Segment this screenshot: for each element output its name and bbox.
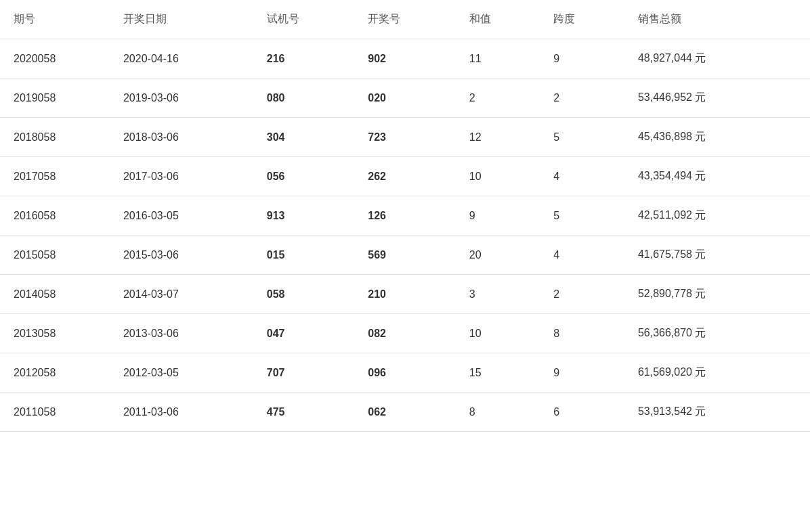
cell-date: 2020-04-16 <box>110 39 253 79</box>
table-row: 20190582019-03-060800202253,446,952 元 <box>0 79 810 118</box>
cell-date: 2013-03-06 <box>110 314 253 353</box>
table-row: 20110582011-03-064750628653,913,542 元 <box>0 393 810 432</box>
table-row: 20170582017-03-0605626210443,354,494 元 <box>0 157 810 196</box>
cell-span: 8 <box>540 314 624 353</box>
cell-trial: 056 <box>253 157 355 196</box>
lottery-table: 期号 开奖日期 试机号 开奖号 和值 跨度 销售总额 20200582020-0… <box>0 0 810 432</box>
cell-period: 2015058 <box>0 236 110 275</box>
cell-sum: 20 <box>456 236 540 275</box>
cell-win: 126 <box>354 196 456 236</box>
cell-period: 2012058 <box>0 353 110 393</box>
cell-trial: 475 <box>253 393 355 432</box>
table-row: 20160582016-03-059131269542,511,092 元 <box>0 196 810 236</box>
cell-span: 6 <box>540 393 624 432</box>
cell-date: 2011-03-06 <box>110 393 253 432</box>
cell-trial: 080 <box>253 79 355 118</box>
cell-sales: 41,675,758 元 <box>624 236 810 275</box>
cell-sales: 48,927,044 元 <box>624 39 810 79</box>
cell-sum: 12 <box>456 118 540 157</box>
cell-date: 2012-03-05 <box>110 353 253 393</box>
header-date: 开奖日期 <box>110 0 253 39</box>
cell-win: 569 <box>354 236 456 275</box>
cell-period: 2017058 <box>0 157 110 196</box>
cell-sales: 42,511,092 元 <box>624 196 810 236</box>
cell-win: 262 <box>354 157 456 196</box>
cell-period: 2018058 <box>0 118 110 157</box>
cell-sum: 10 <box>456 314 540 353</box>
cell-span: 2 <box>540 79 624 118</box>
cell-period: 2019058 <box>0 79 110 118</box>
cell-span: 4 <box>540 236 624 275</box>
cell-win: 062 <box>354 393 456 432</box>
cell-date: 2018-03-06 <box>110 118 253 157</box>
cell-date: 2019-03-06 <box>110 79 253 118</box>
cell-period: 2020058 <box>0 39 110 79</box>
cell-date: 2014-03-07 <box>110 275 253 314</box>
cell-period: 2011058 <box>0 393 110 432</box>
cell-sales: 52,890,778 元 <box>624 275 810 314</box>
cell-win: 210 <box>354 275 456 314</box>
table-row: 20180582018-03-0630472312545,436,898 元 <box>0 118 810 157</box>
cell-sales: 53,913,542 元 <box>624 393 810 432</box>
cell-win: 082 <box>354 314 456 353</box>
cell-date: 2017-03-06 <box>110 157 253 196</box>
cell-sum: 8 <box>456 393 540 432</box>
cell-sum: 11 <box>456 39 540 79</box>
cell-trial: 216 <box>253 39 355 79</box>
cell-sales: 61,569,020 元 <box>624 353 810 393</box>
header-period: 期号 <box>0 0 110 39</box>
cell-win: 723 <box>354 118 456 157</box>
cell-span: 9 <box>540 39 624 79</box>
cell-period: 2016058 <box>0 196 110 236</box>
cell-trial: 058 <box>253 275 355 314</box>
header-sales: 销售总额 <box>624 0 810 39</box>
cell-trial: 913 <box>253 196 355 236</box>
table-row: 20130582013-03-0604708210856,366,870 元 <box>0 314 810 353</box>
header-trial: 试机号 <box>253 0 355 39</box>
cell-sum: 2 <box>456 79 540 118</box>
cell-date: 2016-03-05 <box>110 196 253 236</box>
header-sum: 和值 <box>456 0 540 39</box>
table-row: 20150582015-03-0601556920441,675,758 元 <box>0 236 810 275</box>
table-row: 20140582014-03-070582103252,890,778 元 <box>0 275 810 314</box>
cell-sales: 45,436,898 元 <box>624 118 810 157</box>
cell-span: 9 <box>540 353 624 393</box>
cell-sum: 3 <box>456 275 540 314</box>
cell-trial: 304 <box>253 118 355 157</box>
cell-sum: 9 <box>456 196 540 236</box>
cell-trial: 015 <box>253 236 355 275</box>
cell-period: 2013058 <box>0 314 110 353</box>
cell-span: 2 <box>540 275 624 314</box>
cell-win: 902 <box>354 39 456 79</box>
cell-span: 5 <box>540 118 624 157</box>
table-header-row: 期号 开奖日期 试机号 开奖号 和值 跨度 销售总额 <box>0 0 810 39</box>
cell-sales: 43,354,494 元 <box>624 157 810 196</box>
table-row: 20120582012-03-0570709615961,569,020 元 <box>0 353 810 393</box>
cell-trial: 047 <box>253 314 355 353</box>
header-span: 跨度 <box>540 0 624 39</box>
cell-span: 5 <box>540 196 624 236</box>
cell-period: 2014058 <box>0 275 110 314</box>
cell-date: 2015-03-06 <box>110 236 253 275</box>
cell-span: 4 <box>540 157 624 196</box>
table-row: 20200582020-04-1621690211948,927,044 元 <box>0 39 810 79</box>
cell-sales: 56,366,870 元 <box>624 314 810 353</box>
cell-sum: 15 <box>456 353 540 393</box>
cell-win: 096 <box>354 353 456 393</box>
header-win: 开奖号 <box>354 0 456 39</box>
cell-trial: 707 <box>253 353 355 393</box>
cell-win: 020 <box>354 79 456 118</box>
cell-sales: 53,446,952 元 <box>624 79 810 118</box>
cell-sum: 10 <box>456 157 540 196</box>
